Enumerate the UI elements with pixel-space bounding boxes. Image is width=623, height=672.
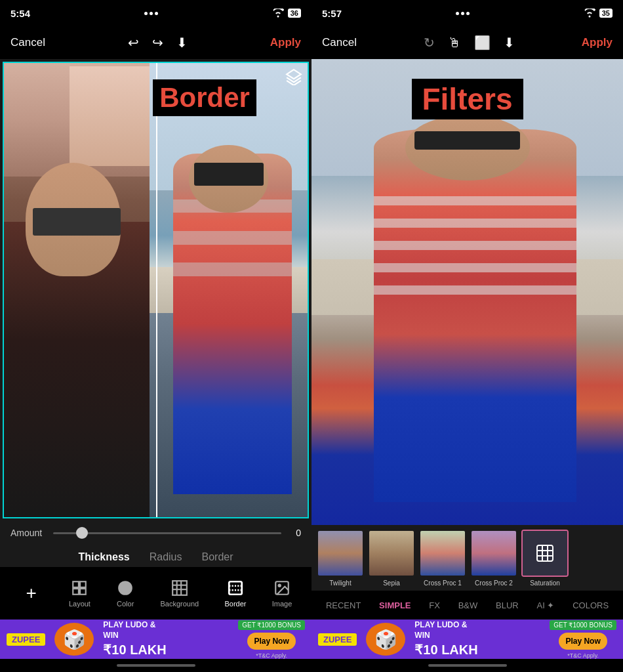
filter-thumb-cross-proc-1[interactable]: Cross Proc 1 — [419, 530, 466, 587]
left-home-indicator — [0, 659, 312, 672]
svg-rect-1 — [73, 581, 79, 587]
svg-rect-3 — [73, 589, 79, 595]
toolbar-border[interactable]: Border — [224, 579, 246, 608]
toolbar-layout[interactable]: Layout — [69, 579, 90, 608]
right-download-icon[interactable]: ⬇ — [504, 35, 515, 51]
filter-thumbnails: Twilight Sepia Cross Proc 1 Cross Proc 2 — [312, 525, 623, 591]
rotate-icon[interactable]: ↻ — [424, 35, 435, 51]
filter-img-saturation[interactable] — [521, 530, 569, 577]
right-ad-logo: ZUPEE — [323, 635, 352, 644]
filter-categories: RECENT SIMPLE FX B&W BLUR AI ✦ COLORS — [312, 591, 623, 620]
border-tabs: Thickness Radius Border — [0, 545, 312, 567]
layers-icon[interactable] — [285, 68, 302, 89]
filter-cat-blur[interactable]: BLUR — [496, 600, 519, 610]
sticker-icon[interactable]: ⬜ — [474, 35, 491, 51]
filter-cat-recent[interactable]: RECENT — [326, 600, 361, 610]
collage-container: Border — [4, 63, 308, 517]
filter-cat-ai[interactable]: AI ✦ — [537, 600, 555, 610]
svg-rect-2 — [80, 581, 86, 587]
filter-cat-fx[interactable]: FX — [429, 600, 440, 610]
filter-thumb-twilight[interactable]: Twilight — [317, 530, 364, 587]
right-dots — [456, 12, 470, 15]
left-panel: 5:54 36 Cancel ↩ ↪ ⬇ Apply — [0, 0, 312, 672]
left-battery: 36 — [288, 9, 301, 18]
filter-img-sepia[interactable] — [368, 530, 415, 577]
collage-photo-left — [4, 63, 150, 517]
right-ad-banner[interactable]: ZUPEE 🎲 PLAY LUDO & WIN ₹10 LAKH GET ₹10… — [312, 620, 623, 659]
color-label: Color — [117, 600, 134, 608]
filter-thumb-sepia[interactable]: Sepia — [368, 530, 415, 587]
slider-area: Amount 0 — [0, 521, 312, 545]
filter-label-cross-proc-1: Cross Proc 1 — [424, 579, 462, 587]
right-ad-play-btn[interactable]: Play Now — [559, 633, 607, 650]
left-ad-text: PLAY LUDO & WIN ₹10 LAKH — [103, 620, 233, 658]
redo-icon[interactable]: ↪ — [152, 35, 163, 51]
right-top-bar: Cancel ↻ 🖱 ⬜ ⬇ Apply — [312, 26, 623, 59]
filter-cat-simple[interactable]: SIMPLE — [379, 600, 411, 610]
tab-radius[interactable]: Radius — [150, 551, 182, 563]
svg-rect-11 — [229, 581, 242, 595]
left-status-icons: 36 — [272, 9, 301, 18]
right-cancel-btn[interactable]: Cancel — [322, 36, 357, 49]
collage-photo-right: Border — [150, 63, 308, 517]
collage-divider — [156, 63, 157, 517]
left-apply-btn[interactable]: Apply — [270, 36, 301, 49]
left-dots — [144, 12, 158, 15]
eraser-icon[interactable]: 🖱 — [448, 35, 461, 51]
border-label-toolbar: Border — [224, 600, 246, 608]
download-icon[interactable]: ⬇ — [176, 35, 188, 51]
right-panel: 5:57 35 Cancel ↻ 🖱 ⬜ ⬇ Apply — [312, 0, 623, 672]
filter-cat-colors[interactable]: COLORS — [573, 600, 609, 610]
left-status-bar: 5:54 36 — [0, 0, 312, 26]
plus-add-btn[interactable]: + — [20, 581, 43, 605]
filter-cat-bw[interactable]: B&W — [458, 600, 478, 610]
right-status-icons: 35 — [584, 9, 613, 18]
filter-label-sepia: Sepia — [383, 579, 400, 587]
left-ad-banner[interactable]: ZUPEE 🎲 PLAY LUDO & WIN ₹10 LAKH GET ₹10… — [0, 620, 312, 659]
wifi-icon — [272, 9, 284, 18]
right-apply-btn[interactable]: Apply — [582, 36, 613, 49]
filter-label-cross-proc-2: Cross Proc 2 — [475, 579, 513, 587]
right-status-bar: 5:57 35 — [312, 0, 623, 26]
filter-img-cross-proc-1[interactable] — [419, 530, 466, 577]
filter-thumb-cross-proc-2[interactable]: Cross Proc 2 — [470, 530, 517, 587]
left-cancel-btn[interactable]: Cancel — [10, 36, 45, 49]
amount-slider[interactable] — [53, 532, 281, 534]
filter-img-twilight[interactable] — [317, 530, 364, 577]
right-image-area: Filters — [312, 59, 623, 525]
layout-label: Layout — [69, 600, 90, 608]
filter-label-twilight: Twilight — [329, 579, 351, 587]
beach-photo: Filters — [312, 59, 623, 525]
filter-label-saturation: Saturation — [530, 579, 560, 587]
right-ad-text: PLAY LUDO & WIN ₹10 LAKH — [414, 620, 544, 658]
svg-rect-6 — [172, 581, 187, 595]
slider-value: 0 — [288, 528, 301, 538]
svg-marker-0 — [287, 70, 301, 79]
left-ad-logo: ZUPEE — [12, 635, 40, 644]
saturation-icon — [523, 531, 567, 576]
right-battery: 35 — [599, 9, 613, 18]
svg-rect-16 — [537, 545, 553, 561]
undo-icon[interactable]: ↩ — [128, 35, 139, 51]
filter-thumb-saturation[interactable]: Saturation — [521, 530, 569, 587]
left-time: 5:54 — [10, 8, 30, 19]
tab-border[interactable]: Border — [202, 551, 233, 563]
filters-label: Filters — [411, 79, 523, 119]
left-bottom-toolbar: + Layout Color — [0, 567, 312, 620]
right-toolbar-icons: ↻ 🖱 ⬜ ⬇ — [424, 35, 515, 51]
right-wifi-icon — [584, 9, 595, 18]
toolbar-color[interactable]: Color — [116, 579, 134, 608]
left-toolbar-icons: ↩ ↪ ⬇ — [128, 35, 188, 51]
svg-point-15 — [279, 585, 281, 587]
tab-thickness[interactable]: Thickness — [78, 551, 129, 563]
left-ad-play-btn[interactable]: Play Now — [247, 633, 295, 650]
background-label: Background — [160, 600, 199, 608]
svg-rect-4 — [80, 589, 86, 595]
svg-point-5 — [118, 581, 132, 595]
right-home-indicator — [312, 659, 623, 672]
left-image-area: Border — [3, 62, 309, 518]
toolbar-background[interactable]: Background — [160, 579, 199, 608]
left-top-bar: Cancel ↩ ↪ ⬇ Apply — [0, 26, 312, 59]
filter-img-cross-proc-2[interactable] — [470, 530, 517, 577]
toolbar-image[interactable]: Image — [272, 579, 292, 608]
